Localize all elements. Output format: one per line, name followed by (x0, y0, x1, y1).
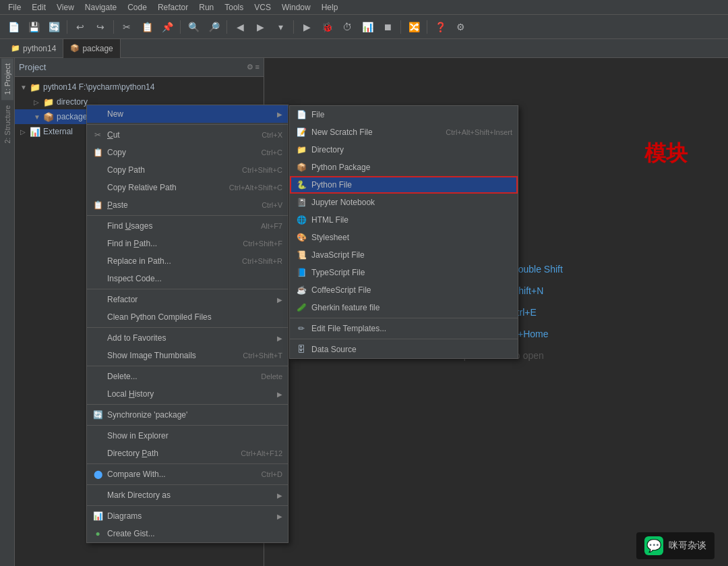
tree-dir-arrow: ▷ (34, 98, 40, 106)
replace-btn[interactable]: 🔎 (204, 18, 223, 36)
save-btn[interactable]: 💾 (24, 18, 43, 36)
ctx-dirpath-label: Directory Path (107, 449, 237, 458)
ctx-add-favorites[interactable]: Add to Favorites ▶ (87, 329, 288, 347)
side-tab-structure[interactable]: 2: Structure (1, 100, 13, 149)
submenu-scratch-label: New Scratch File (311, 128, 442, 137)
side-tab-project[interactable]: 1: Project (1, 58, 13, 100)
submenu-sep2 (290, 339, 518, 339)
ctx-sep4 (87, 366, 288, 366)
tree-root[interactable]: ▼ 📁 python14 F:\pycharm\python14 (15, 80, 264, 94)
menu-code[interactable]: Code (122, 0, 152, 15)
menu-view[interactable]: View (51, 0, 80, 15)
submenu-typescript[interactable]: 📘 TypeScript File (290, 264, 518, 281)
tab-package-label: package (82, 44, 113, 53)
ctx-thumbnails[interactable]: Show Image Thumbnails Ctrl+Shift+T (87, 347, 288, 364)
ctx-compare[interactable]: ⬤ Compare With... Ctrl+D (87, 465, 288, 483)
submenu-stylesheet[interactable]: 🎨 Stylesheet (290, 229, 518, 246)
submenu-gherkin[interactable]: 🥒 Gherkin feature file (290, 299, 518, 316)
tree-ext-icon: 📊 (30, 127, 40, 137)
ctx-clean-label: Clean Python Compiled Files (107, 312, 282, 322)
ctx-thumb-label: Show Image Thumbnails (107, 351, 239, 360)
chinese-label: 模块 (644, 139, 688, 169)
submenu-jupyter[interactable]: 📓 Jupyter Notebook (290, 194, 518, 211)
new-btn[interactable]: 📄 (4, 18, 23, 36)
help-btn[interactable]: ❓ (431, 18, 450, 36)
profile-btn[interactable]: ⏱ (338, 18, 357, 36)
ctx-inspect-label: Inspect Code... (107, 274, 282, 283)
ctx-synchronize[interactable]: 🔄 Synchronize 'package' (87, 406, 288, 424)
menu-run[interactable]: Run (193, 0, 219, 15)
vcs-btn[interactable]: 🔀 (404, 18, 423, 36)
ctx-sep9 (87, 505, 288, 506)
ctx-new[interactable]: New ▶ 📄 File 📝 New Scratch File Ctrl+Alt… (87, 105, 288, 123)
ctx-inspect[interactable]: Inspect Code... (87, 270, 288, 287)
submenu-python-package[interactable]: 📦 Python Package (290, 159, 518, 176)
stop-btn[interactable]: ⏹ (378, 18, 397, 36)
ctx-fav-arrow: ▶ (277, 335, 282, 342)
ctx-diagrams[interactable]: 📊 Diagrams ▶ (87, 507, 288, 525)
ctx-sep0 (87, 124, 288, 125)
ctx-refactor[interactable]: Refactor ▶ (87, 291, 288, 308)
sync-btn[interactable]: 🔄 (44, 18, 63, 36)
submenu-python-file[interactable]: 🐍 Python File (290, 176, 518, 194)
paste-btn[interactable]: 📌 (158, 18, 177, 36)
menu-navigate[interactable]: Navigate (80, 0, 122, 15)
ctx-create-gist[interactable]: ● Create Gist... (87, 525, 288, 542)
run-btn[interactable]: ▶ (297, 18, 316, 36)
submenu-directory[interactable]: 📁 Directory (290, 141, 518, 159)
forward-btn[interactable]: ▶ (251, 18, 270, 36)
ctx-explorer-label: Show in Explorer (107, 431, 282, 441)
menu-tools[interactable]: Tools (219, 0, 249, 15)
toolbar-sep1 (67, 20, 67, 34)
settings-btn[interactable]: ⚙ (451, 18, 470, 36)
submenu-html-icon: 🌐 (295, 214, 307, 226)
ctx-clean[interactable]: Clean Python Compiled Files (87, 308, 288, 326)
submenu-file[interactable]: 📄 File (290, 106, 518, 123)
ctx-copy-relative[interactable]: Copy Relative Path Ctrl+Alt+Shift+C (87, 179, 288, 196)
ctx-cut[interactable]: ✂ Cut Ctrl+X (87, 126, 288, 144)
menu-file[interactable]: File (3, 0, 26, 15)
ctx-dir-path[interactable]: Directory Path Ctrl+Alt+F12 (87, 445, 288, 462)
submenu-coffeescript[interactable]: ☕ CoffeeScript File (290, 281, 518, 299)
ctx-markdir-label: Mark Directory as (107, 490, 273, 500)
back-btn[interactable]: ◀ (231, 18, 249, 36)
ctx-replace-in-path[interactable]: Replace in Path... Ctrl+Shift+R (87, 252, 288, 270)
submenu-scratch[interactable]: 📝 New Scratch File Ctrl+Alt+Shift+Insert (290, 123, 518, 141)
coverage-btn[interactable]: 📊 (358, 18, 377, 36)
ctx-mark-dir[interactable]: Mark Directory as ▶ (87, 486, 288, 504)
ctx-copy-path[interactable]: Copy Path Ctrl+Shift+C (87, 161, 288, 179)
copy-btn[interactable]: 📋 (138, 18, 156, 36)
ctx-find-usages-label: Find Usages (107, 221, 257, 231)
search-btn[interactable]: 🔍 (184, 18, 203, 36)
ctx-paste[interactable]: 📋 Paste Ctrl+V (87, 196, 288, 214)
tab-package[interactable]: 📦 package (63, 39, 120, 58)
ctx-local-history[interactable]: Local History ▶ (87, 385, 288, 403)
debug-btn[interactable]: 🐞 (317, 18, 336, 36)
tab-python14-icon: 📁 (11, 44, 20, 53)
ctx-find-in-path[interactable]: Find in Path... Ctrl+Shift+F (87, 235, 288, 252)
menu-window[interactable]: Window (276, 0, 316, 15)
submenu-datasource[interactable]: 🗄 Data Source (290, 341, 518, 358)
submenu-css-icon: 🎨 (295, 231, 307, 244)
submenu-edit-templates[interactable]: ✏ Edit File Templates... (290, 320, 518, 337)
submenu-html[interactable]: 🌐 HTML File (290, 211, 518, 229)
tab-python14[interactable]: 📁 python14 (4, 39, 63, 58)
ctx-explorer-icon (92, 430, 103, 441)
menu-vcs[interactable]: VCS (249, 0, 276, 15)
ctx-show-explorer[interactable]: Show in Explorer (87, 427, 288, 445)
submenu-py-icon: 🐍 (295, 179, 307, 191)
dropdown-btn[interactable]: ▾ (271, 18, 290, 36)
menu-edit[interactable]: Edit (26, 0, 51, 15)
submenu-javascript[interactable]: 📜 JavaScript File (290, 246, 518, 264)
menu-refactor[interactable]: Refactor (152, 0, 193, 15)
undo-btn[interactable]: ↩ (71, 18, 90, 36)
ctx-sep3 (87, 327, 288, 328)
ctx-delete[interactable]: Delete... Delete (87, 368, 288, 385)
redo-btn[interactable]: ↪ (91, 18, 110, 36)
cut-btn[interactable]: ✂ (117, 18, 136, 36)
ctx-find-usages[interactable]: Find Usages Alt+F7 (87, 217, 288, 235)
ctx-markdir-icon (92, 490, 103, 501)
menu-help[interactable]: Help (316, 0, 344, 15)
submenu-dir-icon: 📁 (295, 144, 307, 156)
ctx-copy[interactable]: 📋 Copy Ctrl+C (87, 144, 288, 161)
